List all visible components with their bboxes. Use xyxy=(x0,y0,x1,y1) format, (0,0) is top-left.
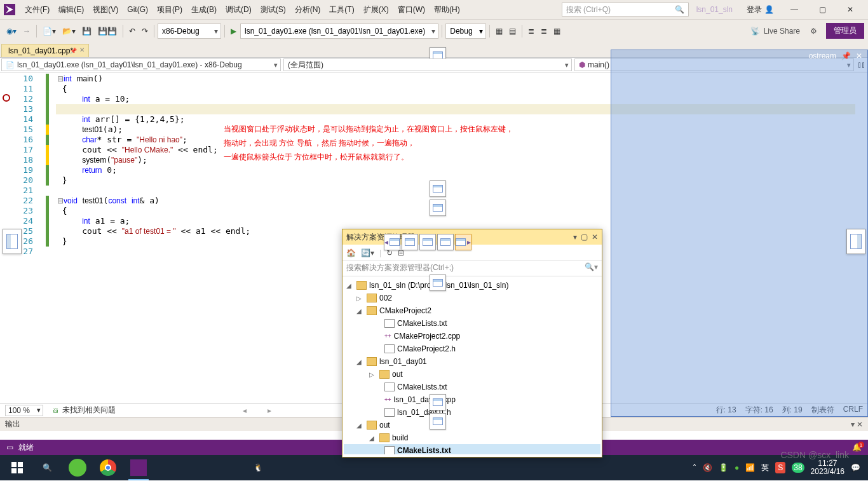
panel-dropdown-icon[interactable]: ▾ ✕ xyxy=(851,420,863,429)
maximize-button[interactable]: ▢ xyxy=(808,0,836,19)
qq-task-icon[interactable]: 🐧 xyxy=(243,455,273,480)
search-task-icon[interactable]: 🔍 xyxy=(32,455,62,480)
menu-help[interactable]: 帮助(H) xyxy=(430,2,465,18)
debug-mode-dropdown[interactable]: Debug xyxy=(445,24,485,39)
notification-icon[interactable]: 🔔1 xyxy=(852,443,862,452)
pin-icon[interactable]: 📌 xyxy=(70,48,77,54)
solution-explorer-panel[interactable]: 解决方案资源管理器 ▾ ▢ ✕ 🏠 🔄▾ | ↻ ⊟ 搜索解决方案资源管理器(C… xyxy=(342,229,602,458)
tray-notification-icon[interactable]: 💬 xyxy=(851,463,860,472)
home-icon[interactable]: 🏠 xyxy=(346,248,356,257)
dock-preview-overlay: ostream📌✕ xyxy=(611,50,868,417)
dock-center[interactable] xyxy=(419,234,436,250)
save-all-button[interactable]: 💾💾 xyxy=(95,24,119,39)
tray-chevron-icon[interactable]: ˄ xyxy=(693,463,696,472)
overlay-pin-icon[interactable]: 📌 xyxy=(841,51,851,60)
menu-edit[interactable]: 编辑(E) xyxy=(54,2,88,18)
menu-view[interactable]: 视图(V) xyxy=(88,2,123,18)
menu-test[interactable]: 测试(S) xyxy=(256,2,290,18)
folder-icon xyxy=(367,357,377,366)
file-icon xyxy=(384,446,395,454)
folder-icon xyxy=(379,433,390,442)
tray-360-icon[interactable]: 38 xyxy=(792,463,804,473)
login-button[interactable]: 登录👤 xyxy=(740,4,780,15)
panel-close-icon[interactable]: ✕ xyxy=(592,233,598,241)
issues-text[interactable]: 未找到相关问题 xyxy=(62,405,116,416)
tray-battery-icon[interactable]: 🔋 xyxy=(719,463,728,472)
user-icon: ⚙ xyxy=(810,27,817,36)
separator xyxy=(123,25,123,37)
liveshare-button[interactable]: 📡 Live Share ⚙ xyxy=(750,27,817,36)
save-button[interactable]: 💾 xyxy=(79,24,94,39)
menu-project[interactable]: 项目(P) xyxy=(153,2,187,18)
status-ready: 就绪 xyxy=(18,442,34,453)
breakpoint-icon[interactable] xyxy=(3,94,10,102)
dock-left-inner[interactable] xyxy=(402,234,418,250)
system-tray[interactable]: ˄ 🔇 🔋 ● 📶 英 S 38 11:272023/4/16 💬 xyxy=(693,459,865,476)
dock-guide-up[interactable] xyxy=(430,180,446,197)
tray-wifi-icon[interactable]: 📶 xyxy=(745,463,755,472)
dock-guide-down3[interactable] xyxy=(430,413,446,430)
tool-btn-2[interactable]: ▤ xyxy=(506,24,519,39)
minimize-button[interactable]: — xyxy=(780,0,808,19)
dock-right-inner[interactable] xyxy=(437,234,454,250)
menu-debug[interactable]: 调试(D) xyxy=(221,2,256,18)
start-debug-button[interactable]: ▶ xyxy=(228,24,239,39)
start-button[interactable] xyxy=(3,455,32,480)
undo-button[interactable]: ↶ xyxy=(126,24,138,39)
config-dropdown[interactable]: x86-Debug xyxy=(158,24,221,39)
menu-file[interactable]: 文件(F) xyxy=(20,2,54,18)
dock-guide-down2[interactable] xyxy=(430,274,446,291)
search-input[interactable]: 搜索 (Ctrl+Q) 🔍 xyxy=(562,3,689,17)
dock-left[interactable]: ◂ xyxy=(384,234,400,250)
zoom-dropdown[interactable]: 100 % xyxy=(5,405,43,416)
tool-btn-5[interactable]: ▦ xyxy=(551,24,563,39)
tool-btn-3[interactable]: ≣ xyxy=(526,24,537,39)
admin-badge: 管理员 xyxy=(826,23,864,39)
tray-speaker-icon[interactable]: 🔇 xyxy=(703,463,712,472)
nav-fwd-button[interactable]: → xyxy=(20,24,33,39)
browser-task-icon[interactable] xyxy=(62,455,93,480)
close-tab-icon[interactable]: ✕ xyxy=(79,46,85,53)
nav-target-dropdown[interactable]: 📄 lsn_01_day01.exe (lsn_01_day01\lsn_01_… xyxy=(1,58,281,71)
tray-clock[interactable]: 11:272023/4/16 xyxy=(811,459,844,476)
open-button[interactable]: 📂▾ xyxy=(60,24,78,39)
new-button[interactable]: 📄▾ xyxy=(40,24,58,39)
selected-tree-item[interactable]: CMakeLists.txt xyxy=(344,444,600,454)
panel-dropdown-icon[interactable]: ▾ xyxy=(573,233,577,241)
dock-right[interactable]: ▸ xyxy=(455,234,471,250)
menu-build[interactable]: 生成(B) xyxy=(187,2,221,18)
tool-btn-1[interactable]: ▦ xyxy=(493,24,505,39)
close-button[interactable]: ✕ xyxy=(836,0,864,19)
menu-analyze[interactable]: 分析(N) xyxy=(290,2,325,18)
menu-ext[interactable]: 扩展(X) xyxy=(359,2,393,18)
tray-wechat-icon[interactable]: ● xyxy=(735,463,739,472)
vs-task-icon[interactable] xyxy=(123,455,154,480)
vs-logo-icon xyxy=(4,4,15,15)
ok-icon: ⦻ xyxy=(52,406,60,415)
dock-guide-edge-right[interactable] xyxy=(846,229,865,254)
dock-guide-edge-left[interactable] xyxy=(3,229,22,254)
menu-git[interactable]: Git(G) xyxy=(123,3,153,17)
menu-tools[interactable]: 工具(T) xyxy=(325,2,358,18)
dock-guide-down[interactable] xyxy=(430,394,446,410)
solution-name: lsn_01_sln xyxy=(689,5,740,14)
solution-tree[interactable]: ◢lsn_01_sln (D:\project\lsn_01\lsn_01_sl… xyxy=(342,276,602,454)
tool-btn-4[interactable]: ≣ xyxy=(538,24,550,39)
menu-window[interactable]: 窗口(W) xyxy=(393,2,430,18)
tray-ime[interactable]: 英 xyxy=(761,463,769,473)
nav-back-button[interactable]: ◉▾ xyxy=(4,24,19,39)
panel-maximize-icon[interactable]: ▢ xyxy=(581,233,588,241)
chrome-task-icon[interactable] xyxy=(93,455,123,480)
overlay-close-icon[interactable]: ✕ xyxy=(856,51,862,60)
panel-titlebar[interactable]: 解决方案资源管理器 ▾ ▢ ✕ xyxy=(342,229,602,245)
file-tab[interactable]: lsn_01_day01.cpp* 📌 ✕ xyxy=(1,44,89,57)
switch-view-icon[interactable]: 🔄▾ xyxy=(361,248,374,257)
nav-scope-dropdown[interactable]: (全局范围) xyxy=(283,58,572,71)
target-dropdown[interactable]: lsn_01_day01.exe (lsn_01_day01\lsn_01_da… xyxy=(240,24,438,39)
panel-search[interactable]: 搜索解决方案资源管理器(Ctrl+;) 🔍▾ xyxy=(342,261,602,276)
folder-icon xyxy=(379,370,390,379)
folder-icon xyxy=(367,294,377,302)
tray-sogou-icon[interactable]: S xyxy=(775,462,785,473)
dock-guide-up2[interactable] xyxy=(430,200,446,216)
redo-button[interactable]: ↷ xyxy=(139,24,151,39)
